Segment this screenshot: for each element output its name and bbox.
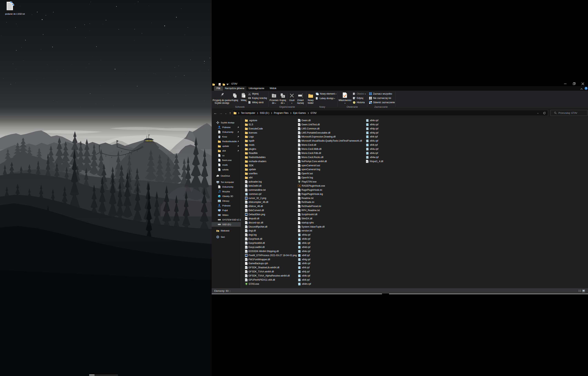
svg-text:W...: W... xyxy=(248,97,251,99)
svg-text:?: ? xyxy=(586,87,587,90)
